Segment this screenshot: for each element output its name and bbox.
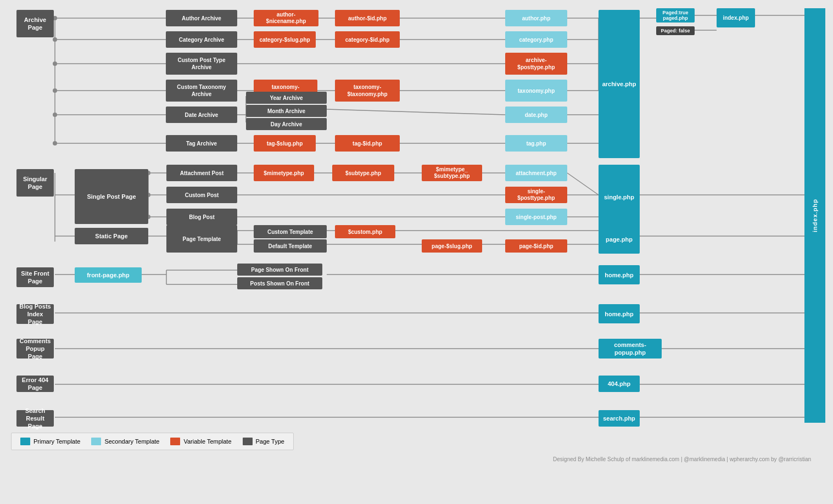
primary-label: Primary Template bbox=[33, 438, 80, 445]
legend-secondary: Secondary Template bbox=[91, 438, 159, 445]
front-page-php-box: front-page.php bbox=[75, 267, 142, 283]
main-container: Archive Page SingularPage Site FrontPage… bbox=[0, 0, 833, 467]
svg-point-86 bbox=[53, 88, 57, 93]
tag-id-box: tag-$id.php bbox=[335, 135, 400, 152]
custom-taxonomy-archive-box: Custom Taxonomy Archive bbox=[166, 80, 237, 102]
custom-template-box: Custom Template bbox=[254, 225, 327, 238]
comments-popup-php-box: comments-popup.php bbox=[599, 339, 662, 359]
mimetype-box: $mimetype.php bbox=[254, 165, 314, 181]
date-archive-box: Date Archive bbox=[166, 107, 237, 123]
legend-primary: Primary Template bbox=[20, 438, 80, 445]
mimetype-subtype-box: $mimetype_$subtype.php bbox=[422, 165, 482, 181]
home-php-box: home.php bbox=[599, 265, 640, 284]
legend-page-type: Page Type bbox=[243, 438, 284, 445]
singular-page-label: SingularPage bbox=[16, 169, 54, 197]
site-front-page-label: Site FrontPage bbox=[16, 267, 54, 287]
tag-archive-box: Tag Archive bbox=[166, 135, 237, 152]
page-id-box: page-$id.php bbox=[505, 239, 567, 253]
archive-posttype-box: archive-$posttype.php bbox=[505, 53, 567, 75]
search-php-box: search.php bbox=[599, 410, 640, 427]
category-slug-box: category-$slug.php bbox=[254, 31, 316, 48]
page-type-swatch bbox=[243, 438, 253, 445]
taxonomy-taxonomy-box: taxonomy-$taxonomy.php bbox=[335, 80, 400, 102]
primary-swatch bbox=[20, 438, 30, 445]
custom-post-box: Custom Post bbox=[166, 187, 237, 203]
blog-posts-index-label: Blog PostsIndex Page bbox=[16, 304, 54, 324]
svg-point-88 bbox=[53, 141, 57, 145]
index-php-box: index.php bbox=[717, 8, 755, 27]
svg-line-31 bbox=[327, 109, 505, 115]
svg-point-87 bbox=[53, 113, 57, 117]
page-shown-on-front-box: Page Shown On Front bbox=[237, 264, 322, 276]
variable-swatch bbox=[170, 438, 180, 445]
scustom-box: $custom.php bbox=[335, 225, 395, 238]
month-archive-box: Month Archive bbox=[246, 105, 327, 117]
error-404-php-box: 404.php bbox=[599, 376, 640, 392]
taxonomy-php-box: taxonomy.php bbox=[505, 80, 567, 102]
paged-true-badge: Paged:truepaged.php bbox=[656, 8, 695, 23]
variable-label: Variable Template bbox=[183, 438, 231, 445]
author-archive-box: Author Archive bbox=[166, 10, 237, 26]
tag-slug-box: tag-$slug.php bbox=[254, 135, 316, 152]
subtype-box: $subtype.php bbox=[332, 165, 394, 181]
page-type-label: Page Type bbox=[256, 438, 284, 445]
search-result-label: Search ResultPage bbox=[16, 410, 54, 427]
single-post-php-box: single-post.php bbox=[505, 209, 567, 225]
single-php-box: single.php bbox=[599, 165, 640, 229]
single-posttype-box: single-$posttype.php bbox=[505, 187, 567, 203]
category-archive-box: Category Archive bbox=[166, 31, 237, 48]
secondary-swatch bbox=[91, 438, 101, 445]
error-404-label: Error 404Page bbox=[16, 376, 54, 392]
single-post-page-box: Single Post Page bbox=[75, 169, 148, 224]
author-php-box: author.php bbox=[505, 10, 567, 26]
index-php-right-box: index.php bbox=[804, 8, 825, 423]
date-php-box: date.php bbox=[505, 107, 567, 123]
posts-shown-on-front-box: Posts Shown On Front bbox=[237, 277, 322, 289]
day-archive-box: Day Archive bbox=[246, 118, 327, 130]
svg-point-85 bbox=[53, 61, 57, 66]
author-nicename-box: author-$nicename.php bbox=[254, 10, 318, 26]
attachment-post-box: Attachment Post bbox=[166, 165, 237, 181]
svg-line-49 bbox=[567, 173, 599, 195]
custom-post-type-archive-box: Custom Post Type Archive bbox=[166, 53, 237, 75]
comments-popup-label: CommentsPopup Page bbox=[16, 339, 54, 359]
archive-page-label: Archive Page bbox=[16, 10, 54, 37]
archive-php-box: archive.php bbox=[599, 10, 640, 158]
legend-variable: Variable Template bbox=[170, 438, 231, 445]
blog-post-box: Blog Post bbox=[166, 209, 237, 225]
page-slug-box: page-$slug.php bbox=[422, 239, 482, 253]
category-id-box: category-$id.php bbox=[335, 31, 400, 48]
default-template-box: Default Template bbox=[254, 239, 327, 253]
static-page-box: Static Page bbox=[75, 228, 148, 244]
footer-text: Designed By Michelle Schulp of marklinem… bbox=[553, 456, 811, 462]
year-archive-box: Year Archive bbox=[246, 92, 327, 104]
blog-index-php-box: home.php bbox=[599, 304, 640, 323]
page-template-box: Page Template bbox=[166, 225, 237, 253]
svg-point-84 bbox=[53, 37, 57, 42]
category-php-box: category.php bbox=[505, 31, 567, 48]
tag-php-box: tag.php bbox=[505, 135, 567, 152]
legend: Primary Template Secondary Template Vari… bbox=[11, 433, 294, 450]
author-id-box: author-$id.php bbox=[335, 10, 400, 26]
page-php-box: page.php bbox=[599, 225, 640, 254]
attachment-php-box: attachment.php bbox=[505, 165, 567, 181]
secondary-label: Secondary Template bbox=[104, 438, 159, 445]
paged-false-badge: Paged: false bbox=[656, 26, 695, 35]
